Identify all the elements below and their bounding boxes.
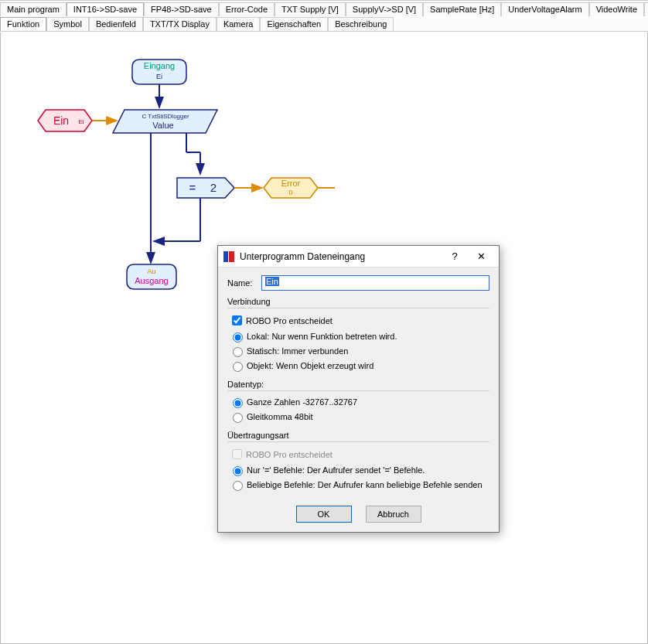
rad-gleitkomma[interactable]: Gleitkomma 48bit <box>229 411 489 423</box>
close-icon: ✕ <box>477 250 486 262</box>
help-button[interactable]: ? <box>442 248 468 265</box>
name-label: Name: <box>227 278 261 288</box>
svg-text:C TxtSliSDlogger: C TxtSliSDlogger <box>142 113 189 120</box>
name-input[interactable]: Ein <box>261 275 489 291</box>
program-tab-2[interactable]: FP48->SD-save <box>144 2 219 16</box>
chk-robo-decides[interactable]: ROBO Pro entscheidet <box>229 313 489 328</box>
view-tab-0[interactable]: Funktion <box>0 17 46 31</box>
rad-lokal[interactable]: Lokal: Nur wenn Funktion betreten wird. <box>229 330 489 342</box>
program-tab-5[interactable]: SupplyV->SD [V] <box>346 2 423 16</box>
svg-text:Error: Error <box>281 179 301 188</box>
close-button[interactable]: ✕ <box>468 248 494 265</box>
group-datentyp-label: Datentyp: <box>227 380 489 389</box>
program-tab-8[interactable]: VideoWrite <box>589 2 644 16</box>
dialog-titlebar[interactable]: Unterprogramm Dateneingang ? ✕ <box>218 246 499 267</box>
dialog-title: Unterprogramm Dateneingang <box>240 251 442 262</box>
view-tab-3[interactable]: TXT/TX Display <box>143 17 217 31</box>
node-eingang[interactable]: Eingang Ei <box>132 60 186 84</box>
cancel-button[interactable]: Abbruch <box>366 506 421 523</box>
svg-text:=: = <box>189 181 196 194</box>
app-icon <box>223 250 235 263</box>
view-tab-5[interactable]: Eigenschaften <box>260 17 328 31</box>
view-tab-2[interactable]: Bedienfeld <box>89 17 143 31</box>
svg-text:Value: Value <box>152 121 173 130</box>
flowchart-canvas[interactable]: Eingang Ei Ein Ei C TxtSliSDlogger Value <box>1 32 641 635</box>
rad-nur-eq[interactable]: Nur '=' Befehle: Der Aufrufer sendet '='… <box>229 464 489 476</box>
rad-statisch[interactable]: Statisch: Immer verbunden <box>229 345 489 357</box>
svg-text:Ei: Ei <box>78 118 84 125</box>
program-tab-7[interactable]: UnderVoltageAlarm <box>501 2 588 16</box>
node-value[interactable]: C TxtSliSDlogger Value <box>113 110 217 133</box>
svg-rect-28 <box>229 251 234 262</box>
chk-robo-decides-2: ROBO Pro entscheidet <box>229 447 489 462</box>
program-tab-4[interactable]: TXT Supply [V] <box>275 2 346 16</box>
rad-beliebig[interactable]: Beliebige Befehle: Der Aufrufer kann bel… <box>229 479 489 491</box>
program-tab-9[interactable]: Switch <box>644 2 648 16</box>
program-tab-1[interactable]: INT16->SD-save <box>67 2 144 16</box>
group-uebertragung-label: Übertragungsart <box>227 431 489 440</box>
node-ausgang[interactable]: Au Ausgang <box>127 264 176 289</box>
node-error[interactable]: Error 0 <box>264 178 318 198</box>
program-tab-3[interactable]: Error-Code <box>219 2 275 16</box>
svg-text:Eingang: Eingang <box>144 61 175 70</box>
view-tab-1[interactable]: Symbol <box>46 17 89 31</box>
view-tab-6[interactable]: Beschreibung <box>328 17 394 31</box>
program-tabs: Main programINT16->SD-saveFP48->SD-saveE… <box>0 1 648 16</box>
node-compare[interactable]: = 2 <box>177 178 234 198</box>
ok-button[interactable]: OK <box>296 506 352 523</box>
program-tab-0[interactable]: Main program <box>0 2 67 16</box>
view-tabs: FunktionSymbolBedienfeldTXT/TX DisplayKa… <box>0 16 648 32</box>
svg-text:2: 2 <box>210 181 217 194</box>
svg-text:Ein: Ein <box>53 114 69 127</box>
editor-content: Eingang Ei Ein Ei C TxtSliSDlogger Value <box>0 32 648 644</box>
svg-text:Ausgang: Ausgang <box>135 276 168 285</box>
node-ein-hex[interactable]: Ein Ei <box>38 110 92 131</box>
program-tab-6[interactable]: SampleRate [Hz] <box>423 2 501 16</box>
svg-text:0: 0 <box>288 189 292 196</box>
svg-text:Ei: Ei <box>156 73 162 80</box>
svg-rect-27 <box>223 251 228 262</box>
svg-text:Au: Au <box>147 267 155 275</box>
rad-objekt[interactable]: Objekt: Wenn Objekt erzeugt wird <box>229 359 489 372</box>
view-tab-4[interactable]: Kamera <box>217 17 261 31</box>
rad-ganze-zahlen[interactable]: Ganze Zahlen -32767..32767 <box>229 396 489 408</box>
subprogram-input-dialog: Unterprogramm Dateneingang ? ✕ Name: Ein… <box>217 245 500 533</box>
svg-marker-14 <box>177 178 234 198</box>
group-verbindung-label: Verbindung <box>227 297 489 306</box>
